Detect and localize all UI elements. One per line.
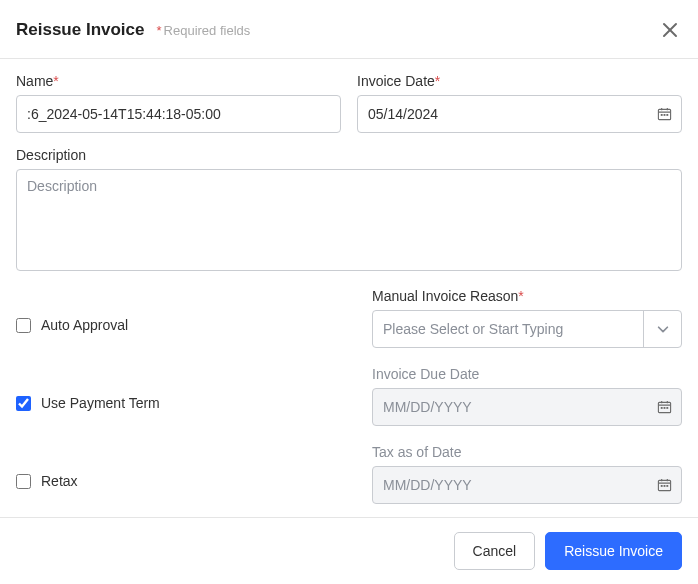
retax-label: Retax [41, 473, 78, 489]
manual-invoice-reason-label-text: Manual Invoice Reason [372, 288, 518, 304]
description-label: Description [16, 147, 682, 163]
name-input[interactable] [16, 95, 341, 133]
name-label: Name* [16, 73, 341, 89]
use-payment-term-checkbox[interactable] [16, 396, 31, 411]
manual-invoice-reason-select[interactable]: Please Select or Start Typing [372, 310, 682, 348]
invoice-date-label-text: Invoice Date [357, 73, 435, 89]
chevron-down-icon [643, 311, 681, 347]
invoice-due-date-input [372, 388, 682, 426]
reissue-invoice-button[interactable]: Reissue Invoice [545, 532, 682, 570]
close-button[interactable] [658, 18, 682, 42]
close-icon [662, 26, 678, 41]
modal-footer: Cancel Reissue Invoice [0, 517, 698, 584]
name-label-text: Name [16, 73, 53, 89]
retax-checkbox[interactable] [16, 474, 31, 489]
invoice-date-input[interactable] [357, 95, 682, 133]
tax-as-of-date-label: Tax as of Date [372, 444, 682, 460]
required-hint-text: Required fields [164, 23, 251, 38]
modal-body: Name* Invoice Date* Description Auto App… [0, 59, 698, 504]
auto-approval-label: Auto Approval [41, 317, 128, 333]
auto-approval-checkbox[interactable] [16, 318, 31, 333]
description-input[interactable] [16, 169, 682, 271]
manual-invoice-reason-placeholder: Please Select or Start Typing [373, 311, 643, 347]
modal-title: Reissue Invoice [16, 20, 145, 40]
cancel-button[interactable]: Cancel [454, 532, 536, 570]
modal-header: Reissue Invoice *Required fields [0, 0, 698, 59]
invoice-date-label: Invoice Date* [357, 73, 682, 89]
required-hint: *Required fields [157, 23, 251, 38]
manual-invoice-reason-label: Manual Invoice Reason* [372, 288, 682, 304]
use-payment-term-label: Use Payment Term [41, 395, 160, 411]
invoice-due-date-label: Invoice Due Date [372, 366, 682, 382]
tax-as-of-date-input [372, 466, 682, 504]
